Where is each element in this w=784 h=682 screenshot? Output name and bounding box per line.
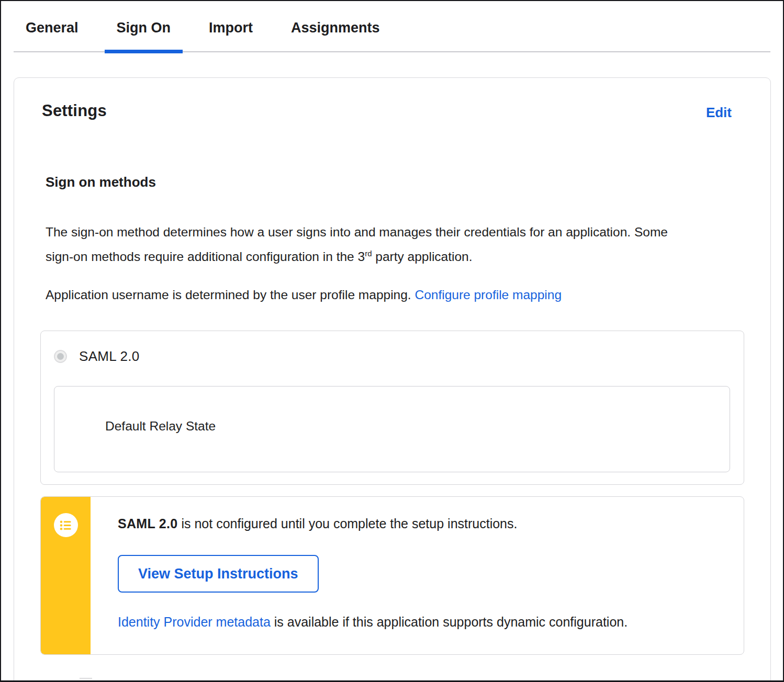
list-icon xyxy=(54,513,78,537)
edit-settings-link[interactable]: Edit xyxy=(706,105,732,121)
saml-method-box: SAML 2.0 Default Relay State xyxy=(40,331,744,485)
settings-title: Settings xyxy=(40,101,107,120)
idp-metadata-note: Identity Provider metadata is available … xyxy=(118,615,744,630)
description-text-end: party application. xyxy=(372,249,473,264)
identity-provider-metadata-link[interactable]: Identity Provider metadata xyxy=(118,615,271,629)
settings-card: Settings Edit Sign on methods The sign-o… xyxy=(14,77,771,682)
callout-content: SAML 2.0 is not configured until you com… xyxy=(91,497,744,654)
sign-on-methods-description: The sign-on method determines how a user… xyxy=(46,220,692,269)
sign-on-methods-section: Sign on methods The sign-on method deter… xyxy=(40,174,744,307)
username-mapping-note: Application username is determined by th… xyxy=(46,282,692,307)
tab-assignments[interactable]: Assignments xyxy=(279,1,392,51)
method-name: SAML 2.0 xyxy=(118,516,177,531)
view-setup-instructions-button[interactable]: View Setup Instructions xyxy=(118,555,319,593)
description-text: The sign-on method determines how a user… xyxy=(46,225,668,264)
saml-radio-label: SAML 2.0 xyxy=(79,348,140,365)
configure-profile-mapping-link[interactable]: Configure profile mapping xyxy=(415,288,562,302)
idp-metadata-text: is available if this application support… xyxy=(271,615,628,629)
not-configured-text: is not configured until you complete the… xyxy=(177,516,517,531)
username-mapping-text: Application username is determined by th… xyxy=(46,288,415,302)
relay-state-label: Default Relay State xyxy=(54,387,730,434)
saml-radio-button[interactable] xyxy=(54,350,67,363)
not-configured-message: SAML 2.0 is not configured until you com… xyxy=(118,515,744,532)
saml-radio-row: SAML 2.0 xyxy=(41,331,744,365)
sign-on-page: { "tabs": [ { "label": "General" }, { "l… xyxy=(0,0,784,682)
tab-sign-on[interactable]: Sign On xyxy=(105,1,183,51)
tab-import[interactable]: Import xyxy=(197,1,265,51)
ordinal-superscript: rd xyxy=(365,249,372,258)
sign-on-methods-heading: Sign on methods xyxy=(46,174,744,190)
tab-general[interactable]: General xyxy=(14,1,91,51)
relay-state-box: Default Relay State xyxy=(54,386,730,472)
settings-card-header: Settings Edit xyxy=(40,78,744,121)
setup-warning-callout: SAML 2.0 is not configured until you com… xyxy=(40,496,744,655)
app-tab-bar: General Sign On Import Assignments xyxy=(14,1,770,52)
warning-strip xyxy=(41,497,91,654)
